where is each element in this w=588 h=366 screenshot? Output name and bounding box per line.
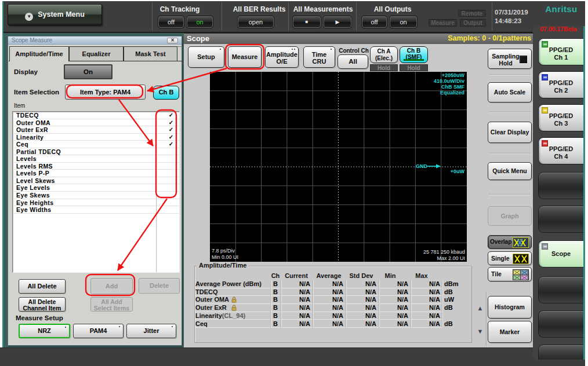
tab-row-edge: [177, 46, 182, 47]
item-row-ceq[interactable]: Ceq✓: [13, 141, 179, 148]
measure-mode-nrz-button[interactable]: NRZ: [19, 324, 70, 338]
item-row-tdecq[interactable]: TDECQ✓: [13, 112, 179, 119]
measure-mode-pam4-button[interactable]: PAM4: [73, 324, 124, 338]
tab-equalizer[interactable]: Equalizer: [69, 46, 124, 61]
outputs-off-button[interactable]: off: [362, 16, 387, 28]
control-ch-all-button[interactable]: All: [337, 54, 368, 69]
item-row-linearity[interactable]: Linearity✓: [13, 134, 179, 141]
display-label: Display: [14, 68, 38, 75]
outputs-on-button[interactable]: on: [390, 16, 417, 28]
menu-down-icon: ▼: [25, 13, 33, 21]
key-blank[interactable]: [538, 310, 583, 338]
measure-button[interactable]: Measure: [228, 46, 262, 68]
ch-a-button[interactable]: Ch A (Elec.): [370, 46, 398, 63]
result-value: N/A: [280, 312, 310, 320]
ber-open-button[interactable]: open: [238, 16, 274, 28]
result-row-outer-oma: Outer OMABN/AN/AN/AN/AN/AuW: [195, 296, 442, 304]
tile-button[interactable]: Tile: [488, 267, 532, 281]
sampling-hold-button[interactable]: Sampling Hold: [488, 49, 532, 69]
all-delete-channel-item-button[interactable]: All Delete Channel Item: [19, 297, 66, 312]
result-value: N/A: [378, 312, 408, 320]
key-blank[interactable]: [538, 345, 583, 360]
item-row-partial-tdecq[interactable]: Partial TDECQ: [13, 148, 179, 156]
measure-mode-jitter-button[interactable]: Jitter: [126, 324, 176, 338]
graph-button[interactable]: Graph: [488, 206, 532, 226]
add-button[interactable]: Add: [90, 278, 133, 294]
tile-label: Tile: [491, 270, 502, 277]
item-row-eye-skews[interactable]: Eye Skews: [13, 192, 179, 199]
delete-button[interactable]: Delete: [139, 278, 180, 294]
result-value: N/A: [313, 288, 343, 296]
all-measurements-label: All Measurements: [290, 5, 356, 13]
all-delete-channel-item-label: All Delete Channel Item: [23, 299, 61, 312]
hold-indicator-square: [520, 56, 527, 63]
item-row-levels-p-p[interactable]: Levels P-P: [13, 170, 179, 177]
display-on-button[interactable]: On: [64, 64, 112, 79]
result-value: N/A: [409, 304, 440, 312]
item-row-outer-oma[interactable]: Outer OMA✓: [13, 119, 179, 127]
tab-mask-test[interactable]: Mask Test: [124, 46, 177, 61]
amplitude-oe-button[interactable]: Amplitude O/E: [265, 46, 299, 68]
item-row-eye-levels[interactable]: Eye Levels: [13, 184, 179, 192]
all-add-select-items-button[interactable]: All Add Select Items: [90, 297, 133, 312]
overlap-button[interactable]: Overlap: [488, 235, 532, 249]
single-label: Single: [491, 255, 510, 262]
item-list-label: Item: [14, 103, 25, 109]
histogram-button[interactable]: Histogram: [488, 296, 532, 319]
dialog-close-button[interactable]: ✕: [167, 38, 178, 43]
red-pattern-icon: ××: [542, 140, 548, 147]
key-blank[interactable]: [538, 206, 583, 233]
key-blank[interactable]: [538, 276, 583, 303]
key-scope[interactable]: ××Scope: [538, 240, 583, 268]
result-row-average-power-dbm-: Average Power (dBm)BN/AN/AN/AN/AN/AdBm: [195, 280, 442, 288]
overlap-label: Overlap: [490, 239, 511, 245]
key-ppg-ed-ch-2[interactable]: ××PPG/ED Ch 2: [538, 71, 583, 98]
ch-a-hold-button[interactable]: Hold: [370, 64, 398, 71]
item-selection-label: Item Selection: [14, 89, 59, 96]
system-menu-button[interactable]: ▼System Menu: [8, 4, 102, 25]
histogram-label: Histogram: [495, 303, 525, 310]
time-cru-button[interactable]: Time CRU: [303, 46, 335, 68]
measurements-start-button[interactable]: ▶: [324, 16, 351, 28]
ch-tracking-off-button[interactable]: off: [158, 16, 184, 28]
item-row-outer-exr[interactable]: Outer ExR✓: [13, 126, 179, 134]
table-scroll-down-icon[interactable]: ▼: [476, 328, 485, 335]
item-row-levels-rms[interactable]: Levels RMS: [13, 163, 179, 170]
item-row-levels[interactable]: Levels: [13, 155, 179, 163]
ch-tracking-on-button[interactable]: on: [187, 16, 213, 28]
table-cell-separator: [281, 280, 281, 328]
auto-scale-button[interactable]: Auto Scale: [488, 82, 532, 103]
all-delete-button[interactable]: All Delete: [19, 279, 66, 294]
ch-b-hold-button[interactable]: Hold: [400, 64, 428, 71]
item-row-eye-widths[interactable]: Eye Widths: [13, 206, 179, 214]
clear-display-button[interactable]: Clear Display: [488, 122, 532, 143]
key-ppg-ed-ch-1[interactable]: ××PPG/ED Ch 1: [538, 38, 583, 65]
item-type-button[interactable]: Item Type: PAM4: [65, 85, 146, 100]
result-unit: dBm: [444, 280, 458, 288]
control-ch-label: Control Ch: [337, 47, 370, 54]
item-row-level-skews[interactable]: Level Skews: [13, 177, 179, 185]
ch-b-button[interactable]: Ch B (SMF): [400, 46, 428, 63]
item-name: Partial TDECQ: [16, 148, 61, 155]
quick-menu-button[interactable]: Quick Menu: [488, 162, 532, 180]
item-list[interactable]: TDECQ✓Outer OMA✓Outer ExR✓Linearity✓Ceq✓…: [12, 111, 180, 273]
single-button[interactable]: Single: [488, 251, 532, 265]
marker-button[interactable]: Marker: [488, 321, 532, 343]
key-ppg-ed-ch-3[interactable]: ××PPG/ED Ch 3: [538, 104, 583, 131]
item-row-eye-heights[interactable]: Eye Heights: [13, 199, 179, 207]
table-scroll-up-icon[interactable]: ▲: [476, 305, 485, 312]
key-ppg-ed-ch-4[interactable]: ××PPG/ED Ch 4: [538, 137, 583, 164]
gnd-label: GND: [416, 163, 427, 169]
column-header-max: Max: [415, 272, 427, 279]
tile-eye-icon: [513, 269, 529, 280]
key-blank[interactable]: [538, 172, 583, 199]
table-cell-separator: [313, 280, 313, 328]
setup-button[interactable]: Setup: [188, 46, 224, 68]
blue-pattern-icon: ××: [542, 74, 548, 80]
auto-scale-label: Auto Scale: [494, 89, 525, 96]
anritsu-logo: Anritsu: [539, 4, 583, 14]
dialog-ch-b-button[interactable]: Ch B: [153, 86, 179, 100]
tab-amplitude-time[interactable]: Amplitude/Time: [9, 46, 69, 61]
menu-indicator-dot: [292, 49, 293, 50]
measurements-stop-button[interactable]: ■: [293, 16, 321, 28]
